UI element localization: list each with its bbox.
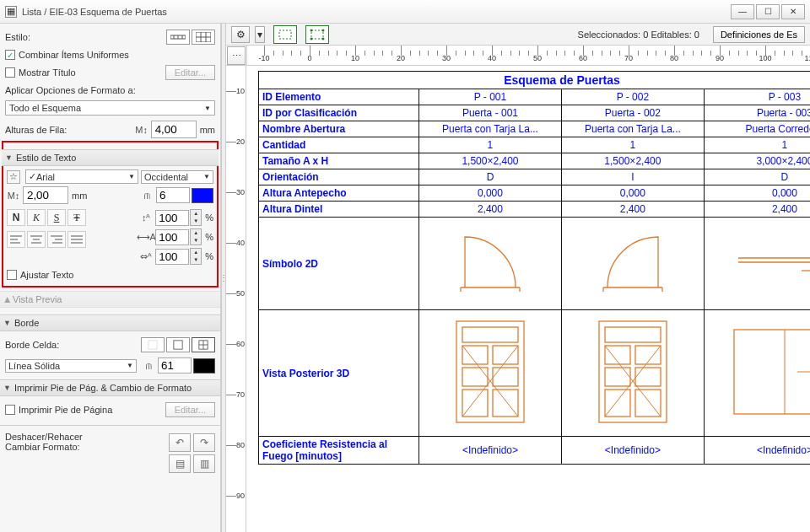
format-scope-combo[interactable]: Todo el Esquema ▼ xyxy=(5,100,215,116)
cell[interactable]: Puerta con Tarja La... xyxy=(419,121,562,137)
undo-button[interactable]: ↶ xyxy=(169,433,191,452)
align-center-button[interactable] xyxy=(27,231,46,248)
view-grid-button[interactable] xyxy=(192,30,215,45)
marquee-fit-button[interactable] xyxy=(273,25,297,44)
border-none-button[interactable] xyxy=(141,337,165,352)
favorite-icon[interactable]: ☆ xyxy=(7,170,20,184)
format-next-button[interactable]: ▥ xyxy=(193,454,215,473)
cell[interactable]: 0,000 xyxy=(561,185,704,202)
char-spacing-input[interactable] xyxy=(155,249,189,265)
text-style-section[interactable]: ▼ Estilo de Texto xyxy=(2,149,219,166)
cell[interactable]: 0,000 xyxy=(704,185,810,202)
svg-rect-46 xyxy=(462,390,488,416)
border-pen-input[interactable] xyxy=(158,357,192,373)
cell[interactable]: D xyxy=(419,169,562,185)
schedule-definitions-button[interactable]: Definiciones de Es xyxy=(713,26,805,43)
italic-button[interactable]: K xyxy=(27,209,46,226)
bold-button[interactable]: N xyxy=(7,209,25,226)
svg-rect-54 xyxy=(605,368,630,386)
pen-input[interactable] xyxy=(156,187,190,203)
line-type-combo[interactable]: Línea Sólida ▼ xyxy=(5,359,137,373)
view3d-cell[interactable] xyxy=(704,310,810,437)
edit-footer-button[interactable]: Editar... xyxy=(165,402,215,417)
cell[interactable]: P - 002 xyxy=(561,89,704,105)
symbol-cell[interactable] xyxy=(704,218,810,310)
preview-section[interactable]: ▶ Vista Previa xyxy=(0,291,220,308)
cell[interactable]: 2,400 xyxy=(561,202,704,218)
border-section[interactable]: ▼ Borde xyxy=(0,314,220,331)
wrap-text-checkbox[interactable] xyxy=(7,270,17,280)
char-width-input[interactable] xyxy=(155,229,189,245)
gear-dropdown[interactable]: ▾ xyxy=(255,26,265,43)
char-spacing-spinner[interactable]: ▲▼ xyxy=(190,248,202,265)
cell[interactable]: <Indefinido> xyxy=(561,437,704,465)
cell[interactable]: 1,500×2,400 xyxy=(419,153,562,169)
cell[interactable]: 1 xyxy=(561,137,704,153)
gear-button[interactable]: ⚙ xyxy=(231,26,250,43)
cell[interactable]: 1,500×2,400 xyxy=(561,153,704,169)
schedule-canvas[interactable]: Esquema de Puertas ID Elemento P - 001 P… xyxy=(246,66,810,532)
border-outline-button[interactable] xyxy=(166,337,190,352)
view3d-cell[interactable] xyxy=(419,310,562,437)
symbol-cell[interactable] xyxy=(419,218,562,310)
show-title-checkbox[interactable] xyxy=(5,67,15,78)
chevron-down-icon: ▼ xyxy=(203,173,210,180)
ruler-horizontal[interactable]: -100102030405060708090100110 xyxy=(246,46,810,65)
chevron-down-icon: ▼ xyxy=(5,153,13,162)
color-swatch[interactable] xyxy=(192,188,213,203)
redo-button[interactable]: ↷ xyxy=(193,433,215,452)
align-right-button[interactable] xyxy=(47,231,66,248)
options-slot-button[interactable]: ⋯ xyxy=(227,46,246,65)
minimize-button[interactable]: — xyxy=(731,4,754,19)
view-single-row-button[interactable] xyxy=(166,30,190,45)
cell[interactable]: <Indefinido> xyxy=(704,437,810,465)
char-width-spinner[interactable]: ▲▼ xyxy=(190,228,202,245)
svg-rect-26 xyxy=(311,30,323,39)
cell[interactable]: 3,000×2,400 xyxy=(704,153,810,169)
align-left-button[interactable] xyxy=(7,231,25,248)
cell[interactable]: P - 003 xyxy=(704,89,810,105)
cell[interactable]: 2,400 xyxy=(419,202,562,218)
align-justify-button[interactable] xyxy=(68,231,86,248)
line-height-input[interactable] xyxy=(155,210,189,226)
marquee-all-button[interactable] xyxy=(305,25,329,44)
svg-point-30 xyxy=(322,37,325,40)
border-color-swatch[interactable] xyxy=(193,358,215,373)
line-height-spinner[interactable]: ▲▼ xyxy=(190,209,202,226)
view3d-cell[interactable] xyxy=(561,310,704,437)
cell[interactable]: 2,400 xyxy=(704,202,810,218)
cell[interactable]: Puerta - 002 xyxy=(561,105,704,121)
cell[interactable]: Puerta - 001 xyxy=(419,105,562,121)
font-combo[interactable]: ✓ Arial ▼ xyxy=(25,169,138,184)
row-height-input[interactable] xyxy=(151,121,197,138)
svg-rect-47 xyxy=(493,390,518,416)
ruler-vertical[interactable]: 102030405060708090 xyxy=(226,66,246,532)
edit-title-button[interactable]: Editar... xyxy=(165,65,215,80)
cell[interactable]: Puerta Corredera xyxy=(704,121,810,137)
cell[interactable]: 1 xyxy=(704,137,810,153)
cell[interactable]: 0,000 xyxy=(419,185,562,202)
cell[interactable]: 1 xyxy=(419,137,562,153)
underline-button[interactable]: S xyxy=(47,209,66,226)
cell[interactable]: I xyxy=(561,169,704,185)
combine-items-checkbox[interactable] xyxy=(5,50,15,60)
script-combo[interactable]: Occidental ▼ xyxy=(141,170,213,184)
cell[interactable]: P - 001 xyxy=(419,89,562,105)
maximize-button[interactable]: ☐ xyxy=(756,4,780,19)
cell[interactable]: Puerta - 003 xyxy=(704,105,810,121)
svg-rect-25 xyxy=(279,30,291,39)
pct-1: % xyxy=(205,212,213,223)
strike-button[interactable]: Ŧ xyxy=(68,209,86,226)
format-prev-button[interactable]: ▤ xyxy=(169,454,191,473)
pct-3: % xyxy=(205,251,213,261)
print-section[interactable]: ▼ Imprimir Pie de Pág. & Cambio de Forma… xyxy=(0,379,220,396)
cell[interactable]: D xyxy=(704,169,810,185)
schedule-title: Esquema de Puertas xyxy=(259,72,811,89)
cell[interactable]: Puerta con Tarja La... xyxy=(561,121,704,137)
border-all-button[interactable] xyxy=(192,337,215,352)
cell[interactable]: <Indefinido> xyxy=(419,437,562,465)
font-size-input[interactable] xyxy=(23,186,68,204)
close-button[interactable]: ✕ xyxy=(781,4,805,19)
print-footer-checkbox[interactable] xyxy=(5,405,15,415)
symbol-cell[interactable] xyxy=(561,218,704,310)
